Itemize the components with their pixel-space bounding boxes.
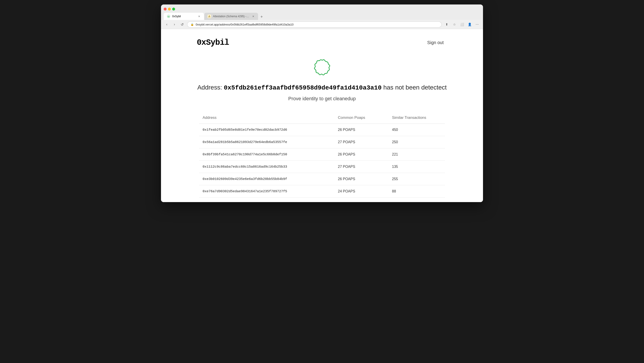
cell-poaps: 24 POAPS: [334, 185, 388, 198]
bookmark-button[interactable]: ☆: [451, 21, 458, 28]
table-header-row: Address Common Poaps Similar Transaction…: [199, 113, 445, 124]
cell-transactions: 250: [388, 136, 445, 148]
status-suffix: has not been detectect: [382, 84, 446, 91]
cell-address: 0x1feab2fb05d65e8d81e1fe9e70ecd02dacb972…: [199, 124, 334, 136]
page-header: 0xSybil Sign out: [197, 29, 447, 54]
cell-poaps: 27 POAPS: [334, 161, 388, 173]
sign-out-button[interactable]: Sign out: [424, 38, 447, 47]
maximize-traffic-light[interactable]: [172, 8, 175, 11]
cell-transactions: 135: [388, 161, 445, 173]
tab-attestation[interactable]: ⚠ Attestation (Schema #295) - 0... ✕: [204, 13, 258, 20]
table-row[interactable]: 0x1112c9c86aba7edcc60c15a8616ad9c164b25b…: [199, 161, 445, 173]
col-header-transactions: Similar Transactions: [388, 113, 445, 124]
site-logo: 0xSybil: [197, 38, 229, 47]
table-header: Address Common Poaps Similar Transaction…: [199, 113, 445, 124]
new-tab-button[interactable]: +: [258, 14, 265, 20]
table-row[interactable]: 0x1feab2fb05d65e8d81e1fe9e70ecd02dacb972…: [199, 124, 445, 136]
refresh-button[interactable]: ↺: [179, 21, 185, 28]
ssl-lock-icon: 🔒: [190, 23, 194, 26]
svg-text:0x: 0x: [168, 16, 170, 18]
tabs-bar: 0x 0xSybil ✕ ⚠ Attestation (Schema #295)…: [164, 13, 480, 20]
table-row[interactable]: 0x8bf39bfa541ca6270c190d774a1e5c66b0def1…: [199, 148, 445, 161]
col-header-poaps: Common Poaps: [334, 113, 388, 124]
tab-close-0xsybil[interactable]: ✕: [197, 15, 201, 18]
badge-icon: [313, 58, 331, 76]
status-address: 0x5fdb261eff3aafbdf65958d9de49fa1d410a3a…: [224, 84, 382, 91]
table-row[interactable]: 0x56a1ad281b5b5a8621093d279e64edb6a53557…: [199, 136, 445, 148]
tab-label-attestation: Attestation (Schema #295) - 0...: [213, 15, 250, 18]
status-prefix: Address:: [197, 84, 224, 91]
profile-button[interactable]: 👤: [466, 21, 473, 28]
back-button[interactable]: ‹: [164, 21, 170, 28]
forward-button[interactable]: ›: [171, 21, 178, 28]
col-header-address: Address: [199, 113, 334, 124]
browser-chrome: 0x 0xSybil ✕ ⚠ Attestation (Schema #295)…: [161, 5, 483, 20]
cell-transactions: 255: [388, 173, 445, 185]
status-heading: Address: 0x5fdb261eff3aafbdf65958d9de49f…: [197, 83, 446, 92]
main-content: Address: 0x5fdb261eff3aafbdf65958d9de49f…: [197, 54, 447, 202]
cell-transactions: 221: [388, 148, 445, 161]
cell-address: 0x56a1ad281b5b5a8621093d279e64edb6a53557…: [199, 136, 334, 148]
url-actions: ⬆ ☆ ⬜ 👤 ⋯: [444, 21, 480, 28]
share-button[interactable]: ⬆: [444, 21, 450, 28]
url-bar-row: ‹ › ↺ 🔒 0xsybil.vercel.app/address/0x5fd…: [161, 20, 483, 29]
minimize-traffic-light[interactable]: [168, 8, 171, 11]
tab-label-0xsybil: 0xSybil: [172, 15, 196, 18]
data-table: Address Common Poaps Similar Transaction…: [199, 113, 445, 198]
tab-0xsybil[interactable]: 0x 0xSybil ✕: [164, 13, 204, 20]
sidebar-button[interactable]: ⬜: [459, 21, 465, 28]
cell-address: 0x1112c9c86aba7edcc60c15a8616ad9c164b25b…: [199, 161, 334, 173]
table-body: 0x1feab2fb05d65e8d81e1fe9e70ecd02dacb972…: [199, 124, 445, 198]
url-text: 0xsybil.vercel.app/address/0x5fdb261eff3…: [196, 23, 438, 26]
tab-favicon-attestation: ⚠: [208, 15, 211, 18]
cell-address: 0x8bf39bfa541ca6270c190d774a1e5c66b0def1…: [199, 148, 334, 161]
table-row[interactable]: 0xe76a7d90302d5edae98431647a1e235f789727…: [199, 185, 445, 198]
cell-address: 0xe76a7d90302d5edae98431647a1e235f789727…: [199, 185, 334, 198]
page-content: 0xSybil Sign out Address: 0x5fdb261eff3a…: [188, 29, 456, 202]
cell-poaps: 27 POAPS: [334, 136, 388, 148]
url-bar[interactable]: 🔒 0xsybil.vercel.app/address/0x5fdb261ef…: [188, 22, 442, 27]
traffic-lights: [164, 8, 175, 11]
close-traffic-light[interactable]: [164, 8, 166, 11]
tab-close-attestation[interactable]: ✕: [251, 15, 255, 18]
cell-address: 0xe3b0102609d39e4235e6e6a3fd6b20bb55b84b…: [199, 173, 334, 185]
browser-controls: [164, 6, 480, 12]
cell-poaps: 26 POAPS: [334, 148, 388, 161]
browser-window: 0x 0xSybil ✕ ⚠ Attestation (Schema #295)…: [161, 5, 483, 202]
tab-favicon-0xsybil: 0x: [167, 15, 170, 18]
cell-transactions: 88: [388, 185, 445, 198]
cell-poaps: 26 POAPS: [334, 173, 388, 185]
cell-poaps: 26 POAPS: [334, 124, 388, 136]
table-row[interactable]: 0xe3b0102609d39e4235e6e6a3fd6b20bb55b84b…: [199, 173, 445, 185]
page-wrapper: 0xSybil Sign out Address: 0x5fdb261eff3a…: [161, 29, 483, 202]
nav-buttons: ‹ › ↺: [164, 21, 185, 28]
status-sub: Prove identity to get cleanedup: [288, 96, 356, 102]
cell-transactions: 450: [388, 124, 445, 136]
menu-button[interactable]: ⋯: [474, 21, 480, 28]
